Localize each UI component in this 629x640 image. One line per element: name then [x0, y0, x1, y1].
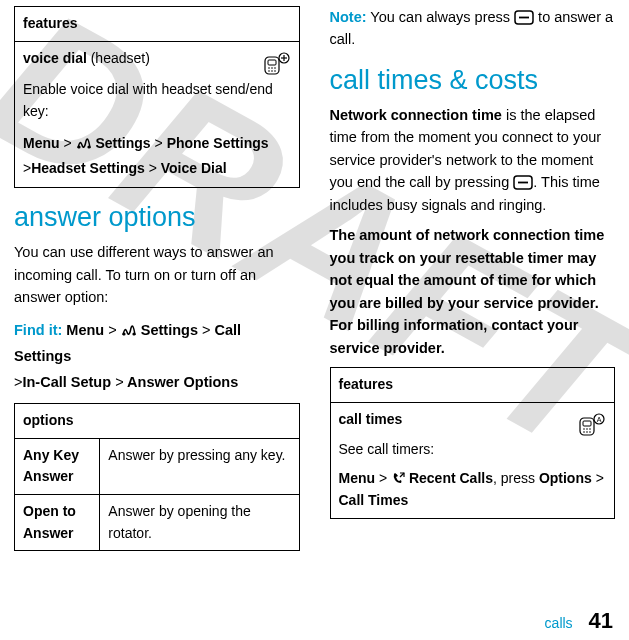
svg-point-10	[274, 70, 276, 72]
path-settings: Settings	[141, 322, 198, 338]
nct-paragraph: Network connection time is the elapsed t…	[330, 104, 616, 216]
path-recent: Recent Calls	[409, 470, 493, 486]
settings-icon	[76, 137, 92, 150]
svg-rect-22	[583, 421, 591, 426]
svg-point-12	[87, 145, 90, 148]
warning-bold: The amount of network connection time yo…	[330, 227, 605, 355]
find-it-path: Find it: Menu > Settings > Call Settings…	[14, 317, 300, 395]
end-key-icon	[513, 175, 533, 190]
table-header: options	[15, 403, 300, 438]
path-menu: Menu	[66, 322, 104, 338]
note-paragraph: Note: You can always press to answer a c…	[330, 6, 616, 51]
svg-point-9	[271, 70, 273, 72]
table-cell: Open to Answer	[15, 494, 100, 550]
nct-bold: Network connection time	[330, 107, 502, 123]
end-key-icon	[514, 10, 534, 25]
page-number: 41	[589, 608, 613, 633]
svg-point-26	[583, 431, 585, 433]
note-label: Note:	[330, 9, 367, 25]
svg-point-5	[268, 67, 270, 69]
row-title: call times	[339, 411, 403, 427]
left-column: features voice dial (headset) Enable voi…	[14, 6, 300, 557]
billing-warning: The amount of network connection time yo…	[330, 224, 616, 359]
path-answopt: Answer Options	[127, 374, 238, 390]
path-options: Options	[539, 470, 592, 486]
row-title-rest: (headset)	[87, 50, 150, 66]
svg-point-27	[586, 431, 588, 433]
path-menu: Menu	[23, 135, 60, 151]
svg-point-8	[268, 70, 270, 72]
note-text: You can always press	[367, 9, 515, 25]
svg-text:A: A	[597, 416, 602, 423]
svg-point-11	[77, 145, 80, 148]
table-cell: A call times See call timers: Menu >	[330, 402, 615, 518]
settings-icon	[121, 324, 137, 337]
path-press: , press	[493, 470, 539, 486]
svg-point-14	[132, 332, 135, 335]
features-table-voice-dial: features voice dial (headset) Enable voi…	[14, 6, 300, 188]
device-plus-icon	[263, 52, 291, 76]
svg-point-7	[274, 67, 276, 69]
svg-point-28	[589, 431, 591, 433]
table-cell: Answer by pressing any key.	[100, 438, 299, 494]
svg-point-13	[122, 332, 125, 335]
menu-path: Menu > Recent Calls, press Options > Cal…	[339, 468, 607, 511]
options-table: options Any Key Answer Answer by pressin…	[14, 403, 300, 551]
table-header: features	[330, 368, 615, 403]
row-desc: Enable voice dial with headset send/end …	[23, 79, 291, 122]
device-a-icon: A	[578, 413, 606, 437]
page-columns: features voice dial (headset) Enable voi…	[0, 0, 629, 557]
table-cell: Answer by opening the rotator.	[100, 494, 299, 550]
recent-calls-icon	[391, 471, 405, 485]
path-menu: Menu	[339, 470, 376, 486]
row-desc: See call timers:	[339, 439, 607, 461]
answer-options-intro: You can use different ways to answer an …	[14, 241, 300, 308]
row-title-bold: voice dial	[23, 50, 87, 66]
path-calltimes: Call Times	[339, 492, 409, 508]
footer-label: calls	[545, 615, 573, 631]
heading-call-times: call times & costs	[330, 65, 616, 96]
svg-line-29	[400, 473, 404, 477]
path-settings: Settings	[95, 135, 150, 151]
path-phone: Phone Settings	[167, 135, 269, 151]
table-cell: voice dial (headset) Enable voice dial w…	[15, 41, 300, 187]
page-footer: calls 41	[545, 608, 613, 634]
svg-point-25	[589, 428, 591, 430]
svg-rect-4	[268, 60, 276, 65]
path-incall: In-Call Setup	[22, 374, 111, 390]
svg-point-23	[583, 428, 585, 430]
table-header: features	[15, 7, 300, 42]
find-it-label: Find it:	[14, 322, 62, 338]
menu-path: Menu > Settings > Phone Settings >Headse…	[23, 131, 291, 181]
table-cell: Any Key Answer	[15, 438, 100, 494]
path-voice: Voice Dial	[161, 160, 227, 176]
features-table-call-times: features A call times See call timers: M…	[330, 367, 616, 518]
svg-point-6	[271, 67, 273, 69]
right-column: Note: You can always press to answer a c…	[330, 6, 616, 557]
heading-answer-options: answer options	[14, 202, 300, 233]
svg-point-24	[586, 428, 588, 430]
path-headset: Headset Settings	[31, 160, 145, 176]
